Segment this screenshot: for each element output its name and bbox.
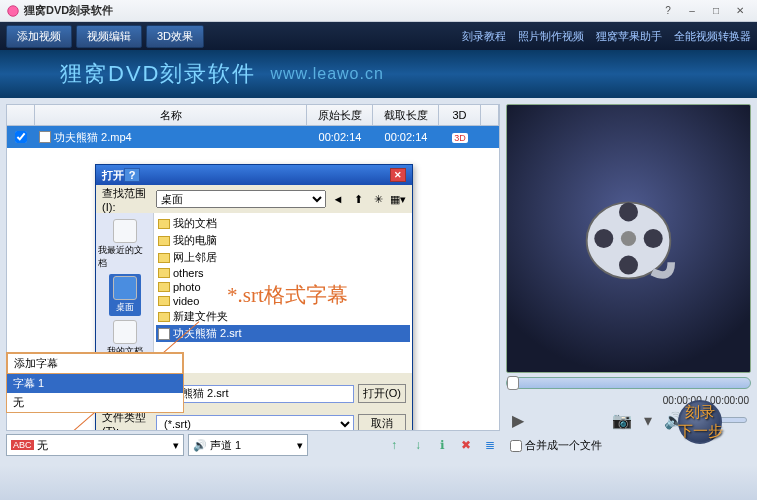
subtitle-selector[interactable]: ABC 无 ▾ bbox=[6, 434, 184, 456]
lookin-select[interactable]: 桌面 bbox=[156, 190, 326, 208]
filetype-select[interactable]: (*.srt) bbox=[156, 415, 354, 432]
file-item[interactable]: 我的电脑 bbox=[156, 232, 410, 249]
video-edit-button[interactable]: 视频编辑 bbox=[76, 25, 142, 48]
open-button[interactable]: 打开(O) bbox=[358, 384, 406, 403]
seek-thumb[interactable] bbox=[507, 376, 519, 390]
snapshot-menu-button[interactable]: ▾ bbox=[640, 412, 656, 428]
chevron-down-icon: ▾ bbox=[173, 439, 179, 452]
subtitle-menu: 添加字幕 字幕 1 无 bbox=[6, 352, 184, 413]
app-icon bbox=[6, 4, 20, 18]
snapshot-button[interactable]: 📷 bbox=[614, 412, 630, 428]
folder-icon bbox=[158, 282, 170, 292]
folder-icon bbox=[158, 268, 170, 278]
close-button[interactable]: ✕ bbox=[729, 3, 751, 19]
subtitle-menu-item-1[interactable]: 字幕 1 bbox=[7, 374, 183, 393]
file-item[interactable]: others bbox=[156, 266, 410, 280]
left-bottom-bar: ABC 无 ▾ 🔊 声道 1 ▾ ↑ ↓ ℹ ✖ ≣ bbox=[6, 431, 500, 459]
toolbar: 添加视频 视频编辑 3D效果 刻录教程 照片制作视频 狸窝苹果助手 全能视频转换… bbox=[0, 22, 757, 50]
product-name: 狸窝DVD刻录软件 bbox=[60, 59, 256, 89]
cancel-button[interactable]: 取消 bbox=[358, 414, 406, 431]
view-menu-icon[interactable]: ▦▾ bbox=[390, 191, 406, 207]
app-bottom-strip bbox=[0, 465, 757, 500]
file-item-selected[interactable]: 功夫熊猫 2.srt bbox=[156, 325, 410, 342]
add-video-button[interactable]: 添加视频 bbox=[6, 25, 72, 48]
delete-button[interactable]: ✖ bbox=[456, 435, 476, 455]
svg-point-2 bbox=[621, 231, 636, 246]
dialog-help-button[interactable]: ? bbox=[124, 168, 140, 182]
speaker-icon: 🔊 bbox=[193, 439, 207, 452]
move-up-button[interactable]: ↑ bbox=[384, 435, 404, 455]
video-file-icon bbox=[39, 131, 51, 143]
file-item[interactable]: 新建文件夹 bbox=[156, 308, 410, 325]
subtitle-menu-add[interactable]: 添加字幕 bbox=[7, 353, 183, 374]
3d-badge[interactable]: 3D bbox=[452, 133, 468, 143]
svg-point-6 bbox=[644, 229, 663, 248]
subtitle-menu-none[interactable]: 无 bbox=[7, 393, 183, 412]
col-name[interactable]: 名称 bbox=[35, 105, 307, 125]
col-orig[interactable]: 原始长度 bbox=[307, 105, 373, 125]
window-title: 狸窝DVD刻录软件 bbox=[24, 3, 657, 18]
preview-pane[interactable] bbox=[506, 104, 751, 373]
svg-point-4 bbox=[619, 256, 638, 275]
computer-icon bbox=[158, 236, 170, 246]
dialog-sidebar: 我最近的文档 桌面 我的文档 我的电脑 网上邻居 bbox=[96, 213, 154, 373]
subtitle-abc-icon: ABC bbox=[11, 440, 34, 450]
folder-icon bbox=[158, 312, 170, 322]
minimize-button[interactable]: – bbox=[681, 3, 703, 19]
seek-bar[interactable] bbox=[506, 377, 751, 389]
folder-icon bbox=[158, 219, 170, 229]
list-button[interactable]: ≣ bbox=[480, 435, 500, 455]
filetype-label: 文件类型(T): bbox=[102, 410, 152, 431]
folder-icon bbox=[158, 296, 170, 306]
file-row-checkbox[interactable] bbox=[15, 131, 27, 143]
banner: 狸窝DVD刻录软件 www.leawo.cn bbox=[0, 50, 757, 98]
sidebar-recent[interactable]: 我最近的文档 bbox=[96, 217, 153, 272]
dialog-close-button[interactable]: ✕ bbox=[390, 168, 406, 182]
maximize-button[interactable]: □ bbox=[705, 3, 727, 19]
file-item[interactable]: 网上邻居 bbox=[156, 249, 410, 266]
link-tutorial[interactable]: 刻录教程 bbox=[462, 29, 506, 44]
file-item[interactable]: video bbox=[156, 294, 410, 308]
svg-point-0 bbox=[8, 5, 19, 16]
svg-point-5 bbox=[594, 229, 613, 248]
merge-checkbox[interactable] bbox=[510, 440, 522, 452]
link-photo-video[interactable]: 照片制作视频 bbox=[518, 29, 584, 44]
filename-input[interactable] bbox=[156, 385, 354, 403]
burn-button[interactable]: 刻录 下一步 bbox=[661, 393, 739, 451]
lookin-label: 查找范围(I): bbox=[102, 186, 152, 213]
film-reel-icon bbox=[581, 191, 676, 286]
col-3d[interactable]: 3D bbox=[439, 105, 481, 125]
move-down-button[interactable]: ↓ bbox=[408, 435, 428, 455]
dialog-file-pane[interactable]: 我的文档 我的电脑 网上邻居 others photo video 新建文件夹 … bbox=[154, 213, 412, 373]
help-button[interactable]: ? bbox=[657, 3, 679, 19]
product-url: www.leawo.cn bbox=[270, 65, 383, 83]
svg-point-3 bbox=[619, 202, 638, 221]
network-icon bbox=[158, 253, 170, 263]
info-button[interactable]: ℹ bbox=[432, 435, 452, 455]
file-item[interactable]: photo bbox=[156, 280, 410, 294]
merge-checkbox-label[interactable]: 合并成一个文件 bbox=[510, 438, 602, 453]
play-button[interactable]: ▶ bbox=[510, 412, 526, 428]
sidebar-desktop[interactable]: 桌面 bbox=[109, 274, 141, 316]
up-icon[interactable]: ⬆ bbox=[350, 191, 366, 207]
titlebar: 狸窝DVD刻录软件 ? – □ ✕ bbox=[0, 0, 757, 22]
3d-effect-button[interactable]: 3D效果 bbox=[146, 25, 204, 48]
filelist-header: 名称 原始长度 截取长度 3D bbox=[6, 104, 500, 126]
file-item[interactable]: 我的文档 bbox=[156, 215, 410, 232]
back-icon[interactable]: ◄ bbox=[330, 191, 346, 207]
col-trim[interactable]: 截取长度 bbox=[373, 105, 439, 125]
new-folder-icon[interactable]: ✳ bbox=[370, 191, 386, 207]
audio-selector[interactable]: 🔊 声道 1 ▾ bbox=[188, 434, 308, 456]
dialog-titlebar[interactable]: 打开 ? ✕ bbox=[96, 165, 412, 185]
file-row[interactable]: 功夫熊猫 2.mp4 00:02:14 00:02:14 3D bbox=[7, 126, 499, 148]
link-apple-helper[interactable]: 狸窝苹果助手 bbox=[596, 29, 662, 44]
srt-file-icon bbox=[158, 328, 170, 340]
chevron-down-icon: ▾ bbox=[297, 439, 303, 452]
link-converter[interactable]: 全能视频转换器 bbox=[674, 29, 751, 44]
